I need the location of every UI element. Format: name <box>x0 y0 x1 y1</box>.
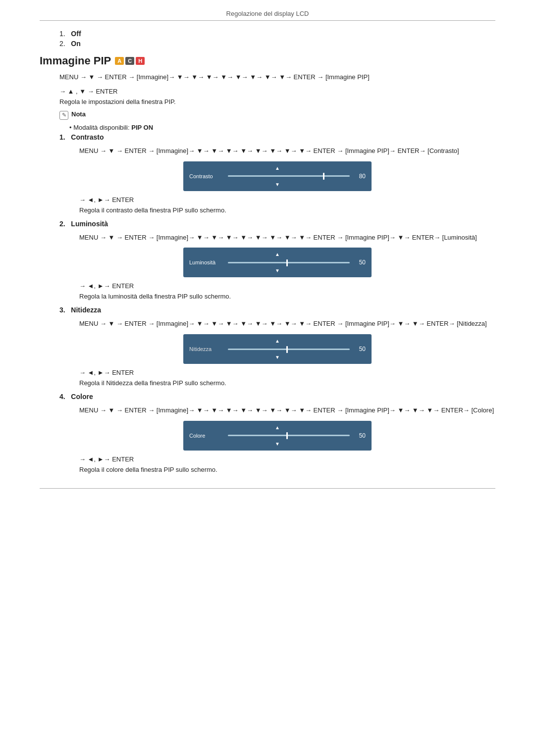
colore-track-container <box>228 435 350 436</box>
badge-a: A <box>115 57 124 65</box>
luminosita-slider-container: ▲ Luminosità 50 ▼ <box>59 248 495 277</box>
nitidezza-slider-label: Nitidezza <box>189 346 224 352</box>
sub-item-nitidezza: 3. Nitidezza MENU → ▼ → ENTER → [Immagin… <box>59 306 495 387</box>
outer-list: 1. Off 2. On <box>59 30 495 48</box>
luminosita-value: 50 <box>354 259 366 266</box>
colore-slider-widget: ▲ Colore 50 ▼ <box>183 421 372 451</box>
list-number-1: 1. <box>59 30 65 38</box>
nitidezza-arrow-path: → ◄, ►→ ENTER <box>79 369 495 376</box>
luminosita-menu-path: MENU → ▼ → ENTER → [Immagine]→ ▼→ ▼→ ▼→ … <box>79 233 495 243</box>
sub-item-contrasto-label: 1. Contrasto <box>59 133 495 141</box>
nitidezza-slider-container: ▲ Nitidezza 50 ▼ <box>59 334 495 364</box>
colore-thumb <box>286 432 288 439</box>
colore-menu-path: MENU → ▼ → ENTER → [Immagine]→ ▼→ ▼→ ▼→ … <box>79 405 495 416</box>
nitidezza-slider-widget: ▲ Nitidezza 50 ▼ <box>183 334 372 364</box>
contrasto-slider-label: Contrasto <box>189 173 224 179</box>
sub-item-luminosita-label: 2. Luminosità <box>59 220 495 228</box>
sub-item-colore: 4. Colore MENU → ▼ → ENTER → [Immagine]→… <box>59 393 495 473</box>
nitidezza-slider-row: Nitidezza 50 <box>189 346 366 353</box>
luminosita-description: Regola la luminosità della finestra PIP … <box>79 293 495 300</box>
section-menu-path: MENU → ▼ → ENTER → [Immagine]→ ▼→ ▼→ ▼→ … <box>59 72 495 83</box>
note-box: ✎ Nota <box>59 110 495 120</box>
page-header: Regolazione del display LCD <box>40 10 495 17</box>
contrasto-value: 80 <box>354 173 366 180</box>
nitidezza-top-arrow: ▲ <box>189 338 366 344</box>
sub-item-colore-label: 4. Colore <box>59 393 495 401</box>
luminosita-track-container <box>228 262 350 263</box>
contrasto-slider-row: Contrasto 80 <box>189 173 366 180</box>
badge-h: H <box>136 57 145 65</box>
luminosita-thumb <box>286 259 288 266</box>
nitidezza-menu-path: MENU → ▼ → ENTER → [Immagine]→ ▼→ ▼→ ▼→ … <box>79 319 495 329</box>
colore-top-arrow: ▲ <box>189 425 366 430</box>
colore-bottom-arrow: ▼ <box>189 441 366 447</box>
sub-item-contrasto: 1. Contrasto MENU → ▼ → ENTER → [Immagin… <box>59 133 495 214</box>
contrasto-menu-path: MENU → ▼ → ENTER → [Immagine]→ ▼→ ▼→ ▼→ … <box>79 146 495 156</box>
top-rule <box>40 20 495 21</box>
colore-slider-container: ▲ Colore 50 ▼ <box>59 421 495 451</box>
contrasto-track <box>228 175 350 177</box>
note-icon: ✎ <box>59 111 68 120</box>
contrasto-slider-container: ▲ Contrasto 80 ▼ <box>59 161 495 191</box>
contrasto-slider-widget: ▲ Contrasto 80 ▼ <box>183 161 372 191</box>
colore-slider-label: Colore <box>189 433 224 439</box>
colore-slider-row: Colore 50 <box>189 432 366 439</box>
nitidezza-track <box>228 349 350 350</box>
luminosita-bottom-arrow: ▼ <box>189 268 366 273</box>
list-label-on: On <box>71 40 80 48</box>
note-label: Nota <box>71 110 86 118</box>
contrasto-track-container <box>228 175 350 177</box>
page-container: Regolazione del display LCD 1. Off 2. On… <box>0 0 535 508</box>
nitidezza-bottom-arrow: ▼ <box>189 354 366 360</box>
bottom-rule <box>40 488 495 489</box>
badge-c: C <box>125 57 134 65</box>
section-heading: Immagine PIP A C H <box>40 54 495 67</box>
sub-item-luminosita: 2. Luminosità MENU → ▼ → ENTER → [Immagi… <box>59 220 495 301</box>
sub-numbered-list: 1. Contrasto MENU → ▼ → ENTER → [Immagin… <box>59 133 495 473</box>
colore-value: 50 <box>354 432 366 439</box>
colore-arrow-path: → ◄, ►→ ENTER <box>79 455 495 463</box>
contrasto-description: Regola il contrasto della finestra PIP s… <box>79 206 495 214</box>
contrasto-arrow-path: → ◄, ►→ ENTER <box>79 196 495 203</box>
luminosita-arrow-path: → ◄, ►→ ENTER <box>79 282 495 290</box>
section-title: Immagine PIP <box>40 54 111 67</box>
section-arrow-path: → ▲ , ▼ → ENTER <box>59 88 495 95</box>
luminosita-top-arrow: ▲ <box>189 252 366 257</box>
nitidezza-thumb <box>286 346 288 353</box>
nitidezza-value: 50 <box>354 346 366 353</box>
luminosita-slider-row: Luminosità 50 <box>189 259 366 266</box>
list-item-on: 2. On <box>59 40 495 48</box>
colore-description: Regola il colore della finestra PIP sull… <box>79 466 495 473</box>
sub-item-nitidezza-label: 3. Nitidezza <box>59 306 495 314</box>
note-content: • Modalità disponibili: PIP ON <box>69 124 495 131</box>
luminosita-slider-label: Luminosità <box>189 259 224 265</box>
nitidezza-description: Regola il Nitidezza della finestra PIP s… <box>79 379 495 387</box>
nitidezza-track-container <box>228 349 350 350</box>
section-description: Regola le impostazioni della finestra PI… <box>59 98 495 105</box>
contrasto-top-arrow: ▲ <box>189 165 366 171</box>
luminosita-track <box>228 262 350 263</box>
list-label-off: Off <box>71 30 81 38</box>
contrasto-thumb <box>323 173 324 180</box>
luminosita-slider-widget: ▲ Luminosità 50 ▼ <box>183 248 372 277</box>
colore-track <box>228 435 350 436</box>
list-number-2: 2. <box>59 40 65 48</box>
contrasto-bottom-arrow: ▼ <box>189 182 366 187</box>
list-item-off: 1. Off <box>59 30 495 38</box>
